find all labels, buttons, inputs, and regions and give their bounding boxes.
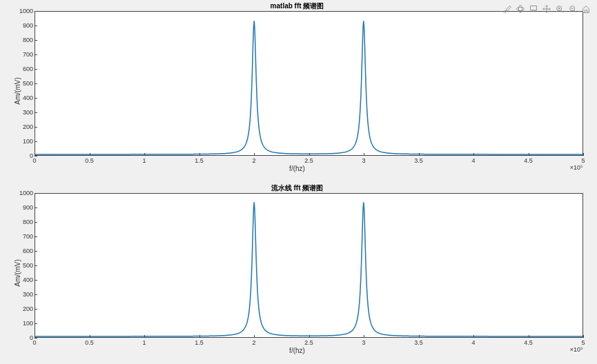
y-tick-label: 400	[12, 276, 33, 283]
y-tick-label: 200	[12, 123, 33, 130]
x-tick-label: 5	[581, 157, 585, 164]
spectrum-line	[35, 194, 583, 337]
y-tick-label: 300	[12, 291, 33, 298]
x-tick-label: 3	[362, 339, 365, 346]
x-tick-label: 4.5	[524, 339, 533, 346]
y-tick-label: 900	[12, 22, 33, 29]
zoom-in-icon[interactable]	[554, 3, 565, 14]
home-icon[interactable]	[580, 3, 591, 14]
y-tick-label: 500	[12, 262, 33, 269]
y-tick-label: 900	[12, 204, 33, 211]
datatip-icon[interactable]	[528, 3, 539, 14]
x-tick-label: 1.5	[195, 157, 204, 164]
y-tick-label: 800	[12, 219, 33, 225]
y-tick-label: 100	[12, 138, 33, 145]
svg-rect-2	[531, 6, 537, 10]
y-tick-label: 600	[12, 247, 33, 254]
x-axis-label: f/(hz)	[289, 165, 305, 172]
x-tick-label: 0	[32, 157, 36, 164]
pan-icon[interactable]	[541, 3, 552, 14]
plot-area[interactable]	[35, 11, 583, 156]
svg-point-1	[518, 6, 522, 13]
x-axis-exponent: ×10⁵	[570, 346, 583, 353]
y-tick-label: 600	[12, 65, 33, 72]
y-tick-label: 300	[12, 109, 33, 116]
y-tick-label: 1000	[12, 190, 33, 196]
svg-point-0	[517, 7, 525, 10]
subplot-bottom: 流水线 fft 频谱图 Am/(mV) f/(hz) ×10⁵ 01002003…	[1, 183, 593, 363]
x-axis-label: f/(hz)	[289, 347, 305, 354]
x-tick-label: 0.5	[85, 157, 94, 164]
brush-icon[interactable]	[502, 3, 513, 14]
y-tick-label: 0	[12, 334, 33, 341]
figure-toolbar	[502, 3, 591, 14]
x-tick-label: 3	[362, 157, 365, 164]
plot-area[interactable]	[35, 193, 583, 338]
x-tick-label: 2	[252, 157, 255, 164]
x-tick-label: 5	[581, 339, 585, 346]
spectrum-line	[35, 12, 583, 155]
y-tick-label: 0	[12, 152, 33, 159]
x-tick-label: 0.5	[85, 339, 94, 346]
x-axis-exponent: ×10⁵	[570, 164, 583, 171]
x-tick-label: 4	[471, 157, 475, 164]
y-tick-label: 100	[12, 320, 33, 327]
subplot-top: matlab fft 频谱图 Am/(mV) f/(hz) ×10⁵ 01002…	[1, 1, 593, 181]
x-tick-label: 2	[252, 339, 255, 346]
x-tick-label: 1	[142, 157, 146, 164]
y-tick-label: 700	[12, 233, 33, 240]
zoom-out-icon[interactable]	[567, 3, 578, 14]
figure-area: matlab fft 频谱图 Am/(mV) f/(hz) ×10⁵ 01002…	[0, 0, 597, 364]
y-tick-label: 700	[12, 51, 33, 58]
x-tick-label: 4.5	[524, 157, 533, 164]
x-tick-label: 2.5	[304, 157, 313, 164]
x-tick-label: 3.5	[414, 339, 423, 346]
x-tick-label: 4	[471, 339, 475, 346]
y-tick-label: 1000	[12, 8, 33, 14]
chart-title: 流水线 fft 频谱图	[1, 183, 593, 193]
x-tick-label: 1	[142, 339, 146, 346]
y-tick-label: 800	[12, 37, 33, 43]
x-tick-label: 1.5	[195, 339, 204, 346]
y-tick-label: 200	[12, 305, 33, 312]
x-tick-label: 3.5	[414, 157, 423, 164]
rotate3d-icon[interactable]	[515, 3, 526, 14]
svg-line-4	[561, 10, 564, 13]
svg-line-8	[574, 10, 577, 13]
y-tick-label: 500	[12, 80, 33, 87]
y-tick-label: 400	[12, 94, 33, 101]
x-tick-label: 0	[32, 339, 36, 346]
x-tick-label: 2.5	[304, 339, 313, 346]
